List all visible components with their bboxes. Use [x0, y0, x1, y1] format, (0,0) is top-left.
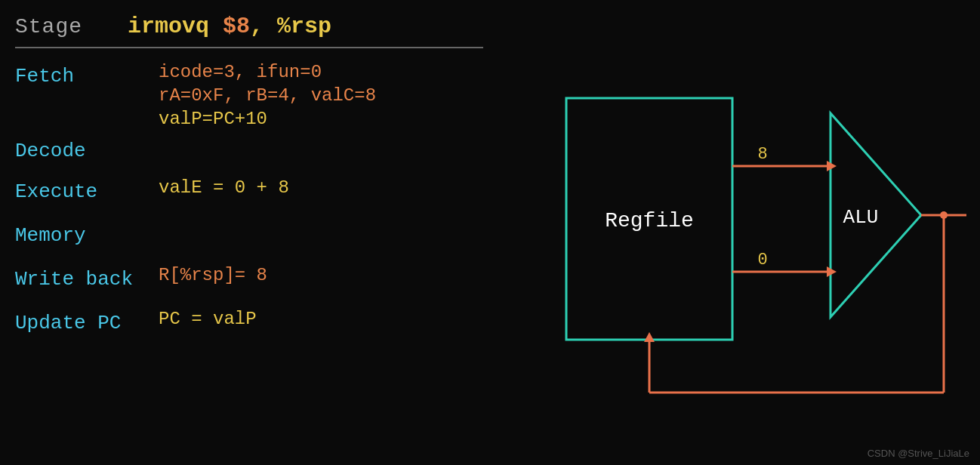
- title-row: Stage irmovq $8, %rsp: [15, 14, 483, 48]
- val8-label: 8: [757, 145, 767, 164]
- stage-row-updatepc: Update PC PC = valP: [15, 309, 483, 342]
- val0-label: 0: [757, 251, 767, 269]
- stage-details-updatepc: PC = valP: [159, 309, 257, 329]
- stage-row-execute: Execute valE = 0 + 8: [15, 177, 483, 211]
- fetch-detail-2: rA=0xF, rB=4, valC=8: [159, 85, 376, 106]
- left-panel: Stage irmovq $8, %rsp Fetch icode=3, ifu…: [0, 0, 498, 465]
- stage-details-fetch: icode=3, ifun=0 rA=0xF, rB=4, valC=8 val…: [159, 62, 376, 129]
- right-panel: Regfile ALU 8 0 CSDN @Stri: [498, 0, 980, 465]
- instruction-display: irmovq $8, %rsp: [128, 14, 331, 39]
- main-container: Stage irmovq $8, %rsp Fetch icode=3, ifu…: [0, 0, 980, 465]
- stage-row-memory: Memory: [15, 221, 483, 254]
- stage-details-writeback: R[%rsp]= 8: [159, 265, 267, 285]
- regfile-label: Regfile: [605, 209, 694, 232]
- circuit-diagram: Regfile ALU 8 0: [498, 0, 980, 465]
- stage-name-writeback: Write back: [15, 265, 159, 291]
- updatepc-detail-1: PC = valP: [159, 309, 257, 329]
- fetch-detail-1: icode=3, ifun=0: [159, 62, 376, 82]
- instr-suffix: , %rsp: [250, 14, 331, 39]
- stage-row-decode: Decode: [15, 137, 483, 170]
- stage-row-writeback: Write back R[%rsp]= 8: [15, 265, 483, 298]
- stage-name-memory: Memory: [15, 221, 159, 247]
- instr-dollar: $8: [223, 14, 250, 39]
- writeback-detail-1: R[%rsp]= 8: [159, 265, 267, 285]
- execute-detail-1: valE = 0 + 8: [159, 177, 289, 198]
- stage-row-fetch: Fetch icode=3, ifun=0 rA=0xF, rB=4, valC…: [15, 62, 483, 129]
- stage-name-execute: Execute: [15, 177, 159, 203]
- stage-name-updatepc: Update PC: [15, 309, 159, 334]
- alu-label: ALU: [843, 206, 879, 229]
- watermark: CSDN @Strive_LiJiaLe: [868, 448, 969, 459]
- stage-name-decode: Decode: [15, 137, 159, 162]
- stage-details-execute: valE = 0 + 8: [159, 177, 289, 198]
- instr-keyword: irmovq: [128, 14, 223, 39]
- stage-name-fetch: Fetch: [15, 62, 159, 88]
- fetch-detail-3: valP=PC+10: [159, 109, 376, 129]
- stage-header-label: Stage: [15, 15, 82, 38]
